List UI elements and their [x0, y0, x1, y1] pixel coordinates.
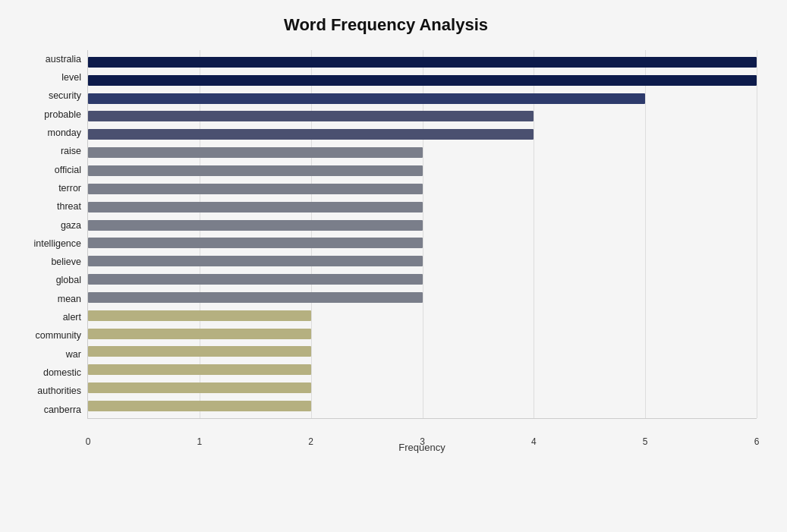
y-label-canberra: canberra	[15, 405, 81, 415]
bar-level	[88, 75, 757, 86]
x-tick-label: 3	[420, 436, 425, 447]
y-label-raise: raise	[15, 146, 81, 156]
bar-row	[88, 379, 757, 397]
y-label-australia: australia	[15, 55, 81, 65]
bar-threat	[88, 202, 423, 212]
bar-domestic	[88, 364, 311, 375]
chart-container: Word Frequency Analysis australialevelse…	[0, 0, 787, 532]
bar-official	[88, 165, 423, 176]
y-label-monday: monday	[15, 128, 81, 138]
y-label-terror: terror	[15, 184, 81, 194]
bar-row	[88, 162, 757, 180]
y-label-level: level	[15, 73, 81, 83]
bar-row	[88, 143, 757, 162]
bar-row	[88, 397, 757, 415]
x-tick-label: 6	[754, 436, 760, 447]
bar-authorities	[88, 382, 311, 393]
bar-mean	[88, 292, 423, 303]
bar-australia	[88, 57, 757, 68]
y-label-security: security	[15, 91, 81, 101]
x-tick-label: 5	[643, 436, 648, 447]
bar-row	[88, 252, 757, 270]
bar-probable	[88, 111, 534, 121]
bar-row	[88, 288, 757, 307]
y-label-authorities: authorities	[15, 386, 81, 396]
bar-alert	[88, 310, 311, 321]
y-label-probable: probable	[15, 110, 81, 120]
bar-terror	[88, 184, 423, 194]
bar-row	[88, 71, 757, 90]
bar-row	[88, 53, 757, 71]
y-label-war: war	[15, 350, 81, 360]
bar-row	[88, 270, 757, 288]
y-axis-labels: australialevelsecurityprobablemondayrais…	[15, 50, 87, 419]
y-label-alert: alert	[15, 313, 81, 323]
x-tick-label: 1	[197, 436, 202, 447]
bar-row	[88, 234, 757, 252]
bar-row	[88, 108, 757, 126]
bar-row	[88, 343, 757, 361]
y-label-intelligence: intelligence	[15, 239, 81, 249]
y-label-mean: mean	[15, 294, 81, 304]
bar-row	[88, 90, 757, 108]
bar-monday	[88, 129, 534, 140]
bar-security	[88, 93, 645, 104]
bars-and-grid: 0123456	[87, 50, 757, 419]
x-tick-label: 4	[531, 436, 537, 447]
y-label-gaza: gaza	[15, 221, 81, 231]
grid-line	[757, 50, 757, 418]
y-label-global: global	[15, 275, 81, 285]
y-label-official: official	[15, 165, 81, 175]
bar-raise	[88, 147, 423, 158]
chart-title: Word Frequency Analysis	[15, 15, 757, 35]
bar-war	[88, 346, 311, 357]
bar-row	[88, 125, 757, 143]
bar-row	[88, 360, 757, 379]
x-tick-label: 2	[308, 436, 313, 447]
y-label-believe: believe	[15, 257, 81, 267]
bars-container	[88, 50, 757, 418]
bar-global	[88, 274, 423, 285]
y-label-domestic: domestic	[15, 368, 81, 378]
bar-canberra	[88, 401, 311, 411]
y-label-threat: threat	[15, 202, 81, 212]
bar-intelligence	[88, 238, 423, 248]
y-label-community: community	[15, 331, 81, 341]
bar-row	[88, 216, 757, 235]
bar-row	[88, 198, 757, 216]
bar-row	[88, 325, 757, 343]
bar-believe	[88, 256, 423, 266]
x-tick-label: 0	[86, 436, 91, 447]
bar-row	[88, 307, 757, 325]
bar-gaza	[88, 220, 423, 231]
bar-row	[88, 180, 757, 198]
bar-community	[88, 329, 311, 339]
chart-area: australialevelsecurityprobablemondayrais…	[15, 50, 757, 419]
